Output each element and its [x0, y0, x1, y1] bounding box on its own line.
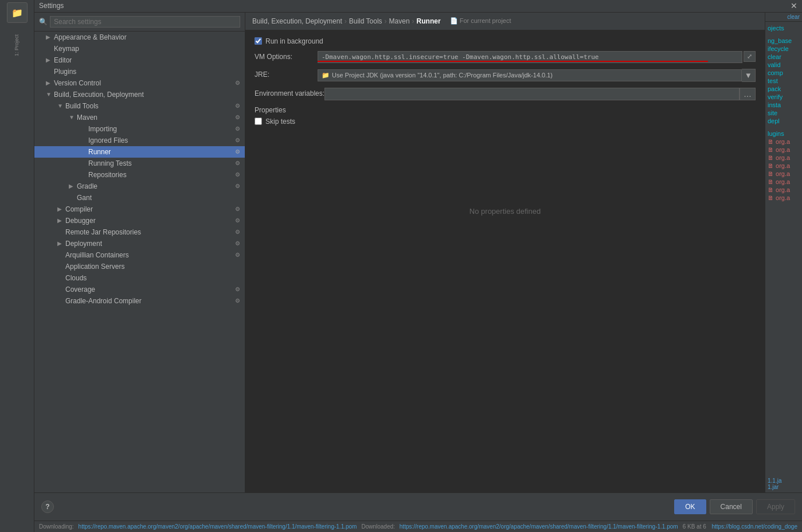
downloaded-url[interactable]: https://repo.maven.apache.org/maven2/org…: [400, 523, 678, 530]
properties-label: Properties: [255, 106, 756, 114]
sidebar-item-runner[interactable]: Runner ⚙: [34, 146, 245, 158]
settings-icon: ⚙: [235, 206, 240, 212]
sidebar-item-gant[interactable]: Gant: [34, 192, 245, 204]
sidebar-item-keymap[interactable]: Keymap: [34, 43, 245, 54]
settings-icon: ⚙: [235, 160, 240, 166]
main-content: Build, Execution, Deployment › Build Too…: [245, 13, 765, 493]
breadcrumb-build-tools[interactable]: Build Tools: [349, 17, 382, 25]
sidebar-item-debugger[interactable]: ▶ Debugger ⚙: [34, 215, 245, 226]
jre-select-wrapper: 📁 Use Project JDK (java version "14.0.1"…: [318, 69, 756, 82]
breadcrumb-sep3: ›: [412, 17, 414, 25]
right-item-comp[interactable]: comp: [765, 69, 802, 77]
right-item-valid[interactable]: valid: [765, 61, 802, 69]
project-label: 1: Project: [14, 34, 20, 56]
right-item-org4: 🗎 org.a: [765, 162, 802, 170]
sidebar-item-maven[interactable]: ▼ Maven ⚙: [34, 112, 245, 123]
sidebar-item-gradle-android[interactable]: Gradle-Android Compiler ⚙: [34, 295, 245, 307]
jre-select[interactable]: 📁 Use Project JDK (java version "14.0.1"…: [318, 69, 742, 81]
csdn-url[interactable]: https://blog.csdn.net/coding_doge: [711, 523, 797, 530]
downloading-label: Downloading:: [39, 523, 74, 530]
clear-button[interactable]: clear: [787, 14, 800, 20]
sidebar-item-arquillian[interactable]: Arquillian Containers ⚙: [34, 249, 245, 261]
sidebar-item-appearance[interactable]: ▶ Appearance & Behavior: [34, 32, 245, 43]
sidebar-item-label: Ignored Files: [88, 136, 128, 144]
sidebar-item-build[interactable]: ▼ Build, Execution, Deployment: [34, 89, 245, 100]
project-indicator: 📄 For current project: [450, 17, 511, 25]
settings-icon: ⚙: [235, 126, 240, 132]
search-input[interactable]: [50, 16, 240, 28]
sidebar-item-build-tools[interactable]: ▼ Build Tools ⚙: [34, 100, 245, 112]
right-item-lugins: lugins: [765, 130, 802, 138]
vm-options-wrapper: [318, 51, 742, 63]
bottom-link2[interactable]: 1.jar: [768, 484, 800, 490]
run-in-background-label[interactable]: Run in background: [265, 37, 323, 45]
sidebar-item-label: Remote Jar Repositories: [65, 228, 141, 236]
sidebar-item-editor[interactable]: ▶ Editor: [34, 54, 245, 66]
apply-button[interactable]: Apply: [756, 499, 795, 514]
sidebar-item-app-servers[interactable]: Application Servers: [34, 261, 245, 272]
vm-options-expand-button[interactable]: ⤢: [744, 51, 756, 62]
right-panel-items: ojects ng_base ifecycle clear valid comp…: [765, 22, 802, 204]
right-item-test[interactable]: test: [765, 77, 802, 85]
arrow-icon: ▼: [46, 91, 54, 97]
sidebar-item-ignored[interactable]: Ignored Files ⚙: [34, 135, 245, 146]
close-button[interactable]: ✕: [791, 1, 797, 10]
right-item-verify[interactable]: verify: [765, 93, 802, 101]
right-item-depl[interactable]: depl: [765, 117, 802, 125]
sidebar-item-label: Plugins: [54, 68, 76, 76]
search-icon: 🔍: [39, 18, 48, 26]
right-item-org7: 🗎 org.a: [765, 186, 802, 194]
kb-status: 6 KB at 6: [683, 523, 706, 530]
search-bar: 🔍: [34, 13, 245, 32]
jre-folder-icon: 📁: [322, 72, 330, 79]
sidebar-item-importing[interactable]: Importing ⚙: [34, 123, 245, 135]
arrow-icon: ▶: [46, 57, 54, 63]
env-vars-ellipsis-button[interactable]: …: [740, 88, 756, 100]
sidebar-item-label: Arquillian Containers: [65, 251, 129, 259]
bottom-link1[interactable]: 1.1.ja: [768, 478, 800, 484]
sidebar-item-vcs[interactable]: ▶ Version Control ⚙: [34, 77, 245, 89]
run-in-background-checkbox[interactable]: [255, 37, 262, 45]
env-vars-row: Environment variables: …: [255, 88, 756, 100]
right-item-pack[interactable]: pack: [765, 85, 802, 93]
cancel-button[interactable]: Cancel: [710, 499, 753, 514]
window-title: Settings: [39, 2, 64, 10]
sidebar-item-remote-jar[interactable]: Remote Jar Repositories ⚙: [34, 226, 245, 238]
breadcrumb-build[interactable]: Build, Execution, Deployment: [252, 17, 342, 25]
downloading-url[interactable]: https://repo.maven.apache.org/maven2/org…: [79, 523, 357, 530]
settings-icon: ⚙: [235, 114, 240, 120]
breadcrumb-maven[interactable]: Maven: [389, 17, 410, 25]
sidebar-item-deployment[interactable]: ▶ Deployment ⚙: [34, 238, 245, 249]
arrow-icon: ▶: [69, 183, 77, 189]
right-item-site[interactable]: site: [765, 109, 802, 117]
sidebar-item-coverage[interactable]: Coverage ⚙: [34, 284, 245, 295]
help-button[interactable]: ?: [41, 500, 54, 513]
ok-button[interactable]: OK: [674, 499, 706, 514]
project-icon-btn[interactable]: 📁: [7, 2, 28, 23]
properties-section: Properties Skip tests: [255, 106, 756, 126]
right-item-org6: 🗎 org.a: [765, 178, 802, 186]
skip-tests-checkbox[interactable]: [255, 118, 262, 125]
jre-dropdown-button[interactable]: ▼: [742, 69, 756, 82]
bottom-bar: ? OK Cancel Apply: [34, 492, 802, 521]
sidebar-item-plugins[interactable]: Plugins: [34, 66, 245, 77]
right-item-org2: 🗎 org.a: [765, 146, 802, 154]
right-item-insta[interactable]: insta: [765, 101, 802, 109]
sidebar-item-compiler[interactable]: ▶ Compiler ⚙: [34, 204, 245, 215]
env-vars-input[interactable]: [324, 88, 740, 100]
arrow-icon: ▶: [57, 217, 65, 224]
skip-tests-label[interactable]: Skip tests: [265, 118, 295, 126]
jre-row: JRE: 📁 Use Project JDK (java version "14…: [255, 69, 756, 82]
project-file-icon: 📄: [450, 17, 458, 24]
sidebar-item-running-tests[interactable]: Running Tests ⚙: [34, 158, 245, 169]
right-item-clear[interactable]: clear: [765, 53, 802, 61]
sidebar-item-gradle[interactable]: ▶ Gradle ⚙: [34, 181, 245, 192]
right-panel-bottom: 1.1.ja 1.jar: [765, 475, 802, 492]
arrow-icon: ▼: [57, 103, 65, 109]
breadcrumb: Build, Execution, Deployment › Build Too…: [245, 13, 765, 30]
sidebar-item-repositories[interactable]: Repositories ⚙: [34, 169, 245, 181]
settings-icon: ⚙: [235, 80, 240, 86]
sidebar-item-clouds[interactable]: Clouds: [34, 272, 245, 284]
right-item-lifecycle: ifecycle: [765, 45, 802, 53]
breadcrumb-runner[interactable]: Runner: [417, 17, 441, 25]
